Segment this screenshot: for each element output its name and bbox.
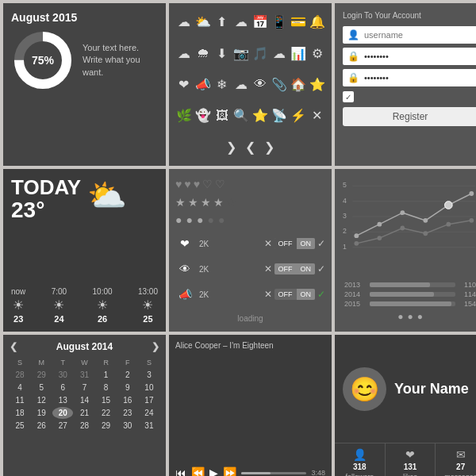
next-button[interactable]: ⏩ [223,466,236,476]
cal-day-18[interactable]: 18 [10,407,30,419]
cal-day-22[interactable]: 22 [96,407,117,419]
chart-card: 5 4 3 2 1 2013 110 [335,169,476,332]
svg-point-21 [400,226,405,231]
dot-1[interactable]: ● [397,311,403,322]
donut-chart: 75% [11,29,75,92]
share-toggle-buttons: ✕ OFF ON ✓ [264,289,326,300]
followers-label: followers [346,473,374,476]
cal-day-31b[interactable]: 31 [139,420,159,432]
cal-day-3[interactable]: 3 [139,369,159,381]
cal-day-1[interactable]: 1 [96,369,117,381]
day-header-W: W [74,357,94,368]
icon-bolt: ⚡ [290,108,306,124]
password-input[interactable] [364,52,474,61]
dot-2[interactable]: ● [407,311,413,322]
dots-nav: ● ● ● [341,311,476,325]
cal-day-6[interactable]: 6 [52,382,73,393]
register-button[interactable]: Register [343,107,476,126]
cal-day-20-today[interactable]: 20 [52,407,73,419]
cal-day-11[interactable]: 11 [10,394,30,406]
dot-3[interactable]: ● [417,311,423,322]
eye-x-button[interactable]: ✕ [264,263,272,274]
username-input[interactable] [364,30,474,40]
cal-day-13[interactable]: 13 [52,394,73,406]
icon-star: ⭐ [309,76,325,92]
cal-day-14[interactable]: 14 [74,394,94,406]
icon-calendar: 📅 [252,14,268,30]
cal-day-23[interactable]: 23 [117,407,138,419]
icon-chevron-right: ❯ [224,139,240,155]
icon-card: 💳 [290,14,306,30]
agree-checkbox[interactable]: ✓ [343,91,354,102]
sun-icon-700: ☀ [53,298,64,313]
svg-point-20 [377,236,382,240]
user-icon: 👤 [347,29,359,40]
cal-day-17[interactable]: 17 [139,394,159,406]
star-5: ★ [226,196,236,209]
messages-label: messages [444,473,476,476]
cal-day-31[interactable]: 31 [74,369,94,381]
login-title: Login To Your Account [343,11,476,20]
day-header-F: F [117,357,138,368]
svg-text:5: 5 [343,181,347,189]
next-month-button[interactable]: ❯ [152,341,159,352]
cal-day-24[interactable]: 24 [139,407,159,419]
cal-day-28[interactable]: 28 [10,369,30,381]
svg-text:1: 1 [343,243,347,251]
cal-day-19[interactable]: 19 [31,407,52,419]
hourly-item-1300: 13:00 ☀ 25 [138,287,158,324]
cal-day-30[interactable]: 30 [52,369,73,381]
year-2014-row: 2014 114 [344,290,476,298]
eye-toggle-row: 👁 2K ✕ OFF ON ✓ [175,259,325,278]
cal-day-30b[interactable]: 30 [117,420,138,432]
profile-nav-followers[interactable]: 👤 318 followers [335,443,386,476]
share-x-button[interactable]: ✕ [264,289,272,300]
cal-day-28b[interactable]: 28 [74,420,94,432]
donut-subtext: Your text here. Write what you want. [83,42,158,79]
password-field[interactable]: 🔒 ☑ [343,48,476,65]
icon-grid-card: ☁ ⛅ ⬆ ☁ 📅 📱 💳 🔔 ☁ 🌧 ⬇ 📷 🎵 ☁ 📊 ⚙ ❤ 📣 ❄ ☁ … [169,3,332,166]
circle-1: ● [175,213,182,226]
profile-nav-messages[interactable]: ✉ 27 messages [436,443,476,476]
cal-day-9[interactable]: 9 [117,382,138,393]
cal-day-15[interactable]: 15 [96,394,117,406]
eye-on-off[interactable]: OFF ON [274,263,316,274]
play-button[interactable]: ▶ [209,466,218,476]
cal-day-27[interactable]: 27 [52,420,73,432]
rewind-button[interactable]: ⏮ [175,466,186,476]
like-x-button[interactable]: ✕ [264,238,272,249]
cal-day-29[interactable]: 29 [31,369,52,381]
cal-day-16[interactable]: 16 [117,394,138,406]
cal-day-26[interactable]: 26 [31,420,52,432]
profile-nav-likes[interactable]: ❤ 131 likes [386,443,436,476]
year-2013-row: 2013 110 [344,281,476,289]
cal-day-8[interactable]: 8 [96,382,117,393]
circle-3: ● [197,213,203,226]
cal-day-12[interactable]: 12 [31,394,52,406]
cal-day-10[interactable]: 10 [139,382,159,393]
year-2014-label: 2014 [344,290,367,298]
calendar-header: ❮ August 2014 ❯ [10,341,159,352]
year-2015-bar [370,301,455,306]
username-field[interactable]: 👤 ☑ [343,26,476,44]
prev-month-button[interactable]: ❮ [10,341,17,352]
cal-day-21[interactable]: 21 [74,407,94,419]
track-name: Alice Cooper – I'm Eighteen [175,341,325,350]
like-on-off[interactable]: OFF ON [274,238,316,249]
password2-field[interactable]: 🔒 ☑ [343,69,476,86]
cal-day-4[interactable]: 4 [10,382,30,393]
heart-empty-2: ♡ [215,178,225,190]
prev-button[interactable]: ⏪ [191,466,205,476]
cal-day-5[interactable]: 5 [31,382,52,393]
cal-day-29b[interactable]: 29 [96,420,117,432]
cal-day-7[interactable]: 7 [74,382,94,393]
cal-day-2[interactable]: 2 [117,369,138,381]
profile-card: 😊 Your Name 👤 318 followers ❤ 131 likes … [335,335,476,476]
password2-input[interactable] [364,73,474,83]
profile-name: Your Name [394,381,469,397]
cal-day-25[interactable]: 25 [10,420,30,432]
icon-cloud1: ☁ [176,14,192,30]
music-progress-bar[interactable] [241,472,306,474]
svg-point-17 [445,202,453,209]
share-on-off[interactable]: OFF ON [274,289,316,300]
